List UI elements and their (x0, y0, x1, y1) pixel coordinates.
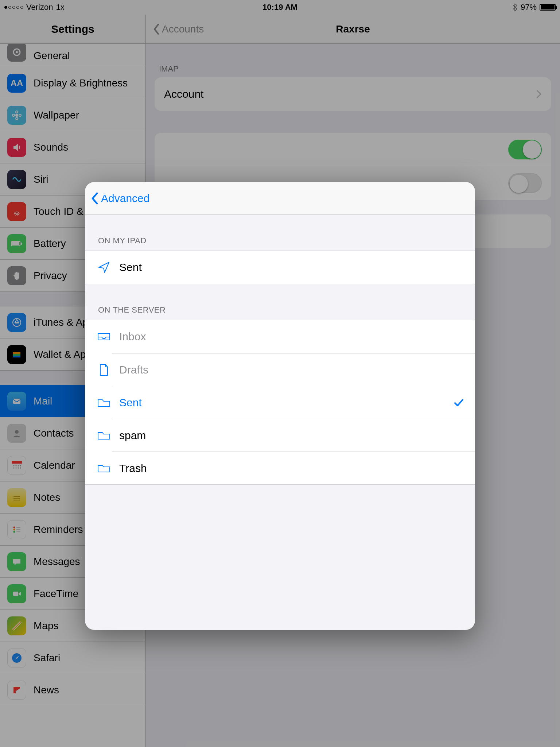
mailbox-label: Sent (119, 261, 464, 274)
back-advanced-label: Advanced (101, 192, 149, 205)
folder-icon (96, 396, 112, 409)
folder-icon (96, 429, 112, 442)
mailbox-label: Sent (119, 396, 453, 409)
on-the-server-header: ON THE SERVER (85, 284, 475, 320)
mailbox-label: Inbox (119, 330, 464, 343)
on-my-ipad-header: ON MY IPAD (85, 215, 475, 251)
mailbox-picker-popover: Advanced ON MY IPAD Sent ON THE SERVER I… (85, 182, 475, 630)
checkmark-icon (453, 397, 464, 408)
server-sent-cell[interactable]: Sent (112, 386, 475, 419)
server-trash-cell[interactable]: Trash (112, 452, 475, 484)
mailbox-label: Trash (119, 462, 464, 475)
mailbox-label: spam (119, 429, 464, 442)
local-sent-cell[interactable]: Sent (85, 251, 475, 284)
server-spam-cell[interactable]: spam (112, 419, 475, 452)
send-icon (96, 261, 112, 274)
local-mailboxes-group: Sent (85, 251, 475, 284)
popover-nav: Advanced (85, 182, 475, 215)
back-advanced-button[interactable]: Advanced (91, 192, 149, 205)
chevron-left-icon (91, 192, 99, 205)
server-mailboxes-group: Inbox Drafts Sent spam (85, 320, 475, 485)
file-icon (96, 363, 112, 376)
mailbox-label: Drafts (119, 364, 464, 376)
server-drafts-cell[interactable]: Drafts (112, 353, 475, 386)
folder-icon (96, 462, 112, 475)
server-inbox-cell[interactable]: Inbox (85, 320, 475, 353)
inbox-icon (96, 330, 112, 343)
